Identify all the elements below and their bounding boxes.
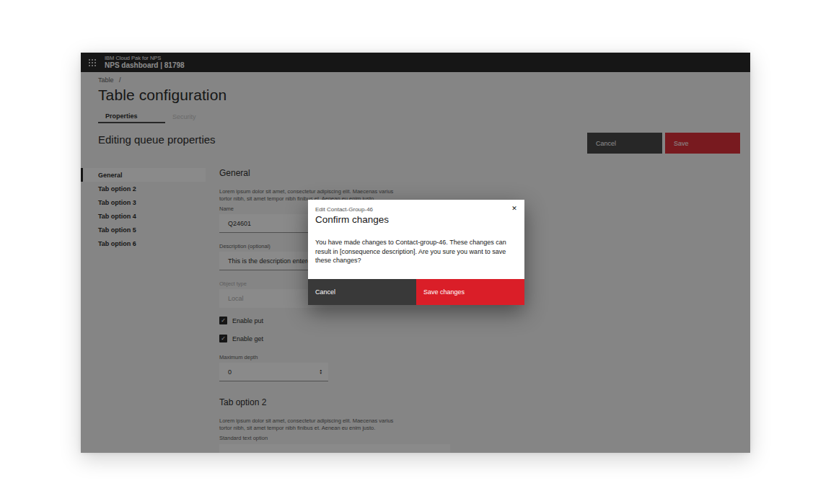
modal-title: Confirm changes [315,214,389,225]
modal-cancel-button[interactable]: Cancel [308,279,416,305]
modal-body-text: You have made changes to Contact-group-4… [315,238,511,265]
app-window: IBM Cloud Pak for NPS NPS dashboard | 81… [81,53,750,453]
modal-context-label: Edit Contact-Group-46 [315,206,373,213]
modal-save-changes-button[interactable]: Save changes [416,279,524,305]
confirm-changes-modal: Edit Contact-Group-46 Confirm changes ✕ … [308,200,524,305]
modal-footer: Cancel Save changes [308,279,524,305]
close-icon[interactable]: ✕ [509,203,519,213]
